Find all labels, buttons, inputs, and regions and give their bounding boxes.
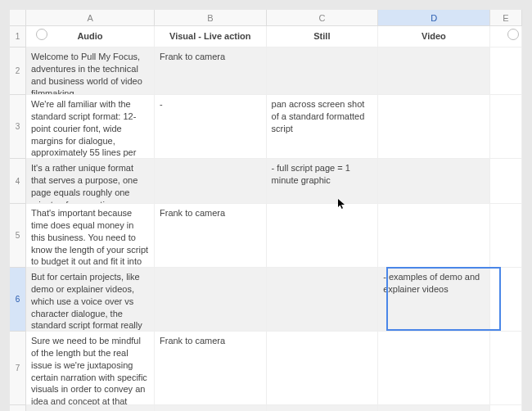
cell-A5[interactable]: That's important because time does equal…	[26, 204, 155, 267]
cell-E2[interactable]	[490, 47, 522, 94]
column-header-E[interactable]: E	[490, 10, 522, 25]
cell-D5[interactable]	[378, 204, 490, 267]
cell-E6[interactable]	[490, 268, 522, 331]
header-cell-C[interactable]: Still	[267, 26, 379, 47]
select-all-corner[interactable]	[10, 10, 26, 26]
row-header-7[interactable]: 7	[10, 332, 25, 405]
row-header-3[interactable]: 3	[10, 95, 25, 159]
spreadsheet-viewport: ABCDE 12345678 AudioVisual - Live action…	[10, 10, 522, 411]
cell-A4[interactable]: It's a rather unique format that serves …	[26, 159, 155, 203]
header-cell-D[interactable]: Video	[378, 26, 490, 47]
grid-area[interactable]: AudioVisual - Live actionStillVideoWelco…	[26, 26, 522, 411]
column-headers: ABCDE	[26, 10, 522, 26]
cell-C2[interactable]	[267, 47, 379, 94]
cell-C8[interactable]	[267, 405, 379, 411]
cell-D3[interactable]	[378, 95, 490, 158]
cell-B3[interactable]: -	[155, 95, 267, 158]
cell-C5[interactable]	[267, 204, 379, 267]
cell-C3[interactable]: pan across screen shot of a standard for…	[267, 95, 379, 158]
row-header-5[interactable]: 5	[10, 204, 25, 268]
cell-B2[interactable]: Frank to camera	[155, 47, 267, 94]
cell-A3[interactable]: We're all familiar with the standard scr…	[26, 95, 155, 158]
cell-B6[interactable]	[155, 268, 267, 331]
cell-D7[interactable]	[378, 332, 490, 404]
row-header-8[interactable]: 8	[10, 405, 25, 411]
cell-A2[interactable]: Welcome to Pull My Focus, adventures in …	[26, 47, 155, 94]
cell-B4[interactable]	[155, 159, 267, 203]
cell-C4[interactable]: - full script page = 1 minute graphic	[267, 159, 379, 203]
cell-B7[interactable]: Frank to camera	[155, 332, 267, 404]
cell-E8[interactable]	[490, 405, 522, 411]
cell-C6[interactable]	[267, 268, 379, 331]
cell-C7[interactable]	[267, 332, 379, 404]
column-header-C[interactable]: C	[267, 10, 379, 25]
cell-E4[interactable]	[490, 159, 522, 203]
presence-indicator-left	[36, 29, 47, 40]
row-header-4[interactable]: 4	[10, 159, 25, 204]
row-header-2[interactable]: 2	[10, 47, 25, 95]
presence-indicator-right	[507, 29, 519, 40]
cell-D6[interactable]: - examples of demo and explainer videos	[378, 268, 490, 331]
row-header-1[interactable]: 1	[10, 26, 25, 47]
cell-A6[interactable]: But for certain projects, like demo or e…	[26, 268, 155, 331]
column-header-A[interactable]: A	[26, 10, 155, 25]
header-cell-B[interactable]: Visual - Live action	[155, 26, 267, 47]
row-header-6[interactable]: 6	[10, 268, 25, 332]
cell-E7[interactable]	[490, 332, 522, 404]
column-header-B[interactable]: B	[155, 10, 267, 25]
cell-B5[interactable]: Frank to camera	[155, 204, 267, 267]
cell-D8[interactable]	[378, 405, 490, 411]
cell-A7[interactable]: Sure we need to be mindful of the length…	[26, 332, 155, 404]
cell-E3[interactable]	[490, 95, 522, 158]
cell-D4[interactable]	[378, 159, 490, 203]
row-headers: 12345678	[10, 26, 26, 411]
column-header-D[interactable]: D	[378, 10, 490, 25]
cell-D2[interactable]	[378, 47, 490, 94]
cell-E5[interactable]	[490, 204, 522, 267]
cell-B8[interactable]: - maybe just black or the text	[155, 405, 267, 411]
cell-A8[interactable]: A script with just the	[26, 405, 155, 411]
